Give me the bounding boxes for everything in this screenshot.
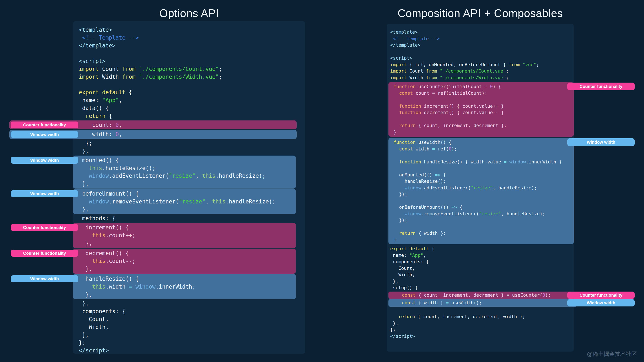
code-line: setup() { (390, 285, 574, 291)
highlight-block-pink: decrement() { this.count--; },Counter fu… (73, 249, 296, 274)
highlight-block-blue: width: 0,Window width (9, 130, 297, 139)
code-line: } (394, 237, 574, 243)
code-line: window.removeEventListener("resize", han… (394, 211, 574, 217)
code-line: } (394, 129, 574, 136)
code-line (390, 48, 574, 55)
label-pill-width: Window width (11, 131, 78, 138)
code-line: import { ref, onMounted, onBeforeUnmount… (390, 61, 574, 68)
left-panel-title: Options API (73, 7, 305, 19)
code-line: }); (394, 191, 574, 198)
code-line: data() { (79, 104, 305, 112)
code-line: return { count, increment, decrement, wi… (390, 314, 574, 320)
code-line (390, 307, 574, 314)
code-line: function useCounter(initialCount = 0) { (394, 83, 574, 90)
code-line (394, 116, 574, 123)
highlight-block-blue: function useWidth() { const width = ref(… (388, 138, 574, 244)
code-line: components: { (79, 308, 305, 315)
label-pill-width: Window width (11, 190, 78, 197)
code-line: }, (79, 239, 296, 247)
code-line: this.count++; (79, 232, 296, 239)
code-line: </template> (390, 42, 574, 48)
code-line: onBeforeUnmount(() => { (394, 204, 574, 211)
label-pill-counter: Counter functionality (11, 121, 78, 128)
composition-api-code-panel: <template> <!-- Template --></template> … (387, 24, 574, 352)
options-api-code-panel: <template> <!-- Template --></template> … (73, 21, 305, 354)
code-line: function decrement() { count.value-- } (394, 109, 574, 116)
code-line: name: "App", (79, 96, 305, 104)
code-line: const { width } = useWidth(); (394, 300, 577, 306)
code-line: export default { (390, 246, 574, 252)
highlight-block-pink: function useCounter(initialCount = 0) { … (388, 82, 574, 137)
code-line: }, (79, 180, 296, 188)
code-line: return { width }; (394, 230, 574, 237)
label-pill-width: Window width (11, 275, 78, 282)
code-segment: <template> <!-- Template --></template> … (79, 26, 305, 120)
code-line: onMounted(() => { (394, 172, 574, 178)
code-line: export default { (79, 88, 305, 96)
code-line: const count = ref(initialCount); (394, 90, 574, 97)
code-line: window.addEventListener("resize", handle… (394, 185, 574, 191)
code-line: }, (79, 300, 305, 308)
code-line (79, 81, 305, 89)
code-line (394, 152, 574, 159)
code-line: </script> (390, 333, 574, 340)
label-pill-width: Window width (567, 138, 635, 146)
code-line: <template> (390, 29, 574, 35)
code-line (79, 49, 305, 57)
code-line: <script> (79, 57, 305, 65)
code-segment: export default { name: "App", components… (390, 246, 574, 291)
code-line: return { (79, 112, 305, 120)
code-segment: }; }, (79, 139, 305, 155)
label-pill-width: Window width (11, 157, 78, 164)
code-line: const { count, increment, decrement } = … (394, 292, 577, 299)
code-line: }, (79, 291, 296, 299)
label-pill-width: Window width (567, 299, 635, 307)
watermark: @稀土掘金技术社区 (587, 350, 637, 358)
code-line: import Count from "./components/Count.vu… (79, 65, 305, 73)
code-line: Count, (79, 315, 305, 323)
code-line: import Width from "./components/Width.vu… (79, 73, 305, 81)
code-line (394, 198, 574, 204)
code-line: components: { (390, 259, 574, 265)
code-line: }; (79, 139, 305, 147)
code-line: const width = ref(0); (394, 146, 574, 152)
highlight-block-pink: count: 0,Counter functionality (9, 120, 297, 130)
code-line: decrement() { (79, 249, 296, 257)
code-line: count: 0, (79, 121, 297, 129)
code-line: window.addEventListener("resize", this.h… (79, 172, 296, 180)
code-line: mounted() { (79, 156, 296, 164)
code-line: Count, (390, 265, 574, 272)
code-line: <template> (79, 26, 305, 34)
code-line (394, 165, 574, 172)
code-line (394, 224, 574, 230)
code-line: Width, (390, 272, 574, 278)
code-line: handleResize(); (394, 178, 574, 185)
code-line: import Width from "./components/Width.vu… (390, 74, 574, 81)
code-line: }, (79, 331, 305, 339)
code-line: }, (390, 320, 574, 327)
highlight-block-blue: handleResize() { this.width = window.inn… (73, 274, 296, 299)
code-segment: methods: { (79, 215, 305, 222)
code-line: this.width = window.innerWidth; (79, 283, 296, 291)
code-line: width: 0, (79, 130, 297, 138)
code-line: this.count--; (79, 257, 296, 265)
code-line: }, (79, 265, 296, 273)
code-line: <!-- Template --> (390, 35, 574, 42)
code-line: name: "App", (390, 252, 574, 259)
code-line: </script> (79, 347, 305, 355)
right-panel-title: Composition API + Composables (387, 7, 574, 19)
code-line: }); (394, 217, 574, 224)
label-pill-counter: Counter functionality (11, 224, 78, 231)
code-line: <!-- Template --> (79, 34, 305, 42)
code-line: }, (390, 278, 574, 285)
code-line: handleResize() { (79, 275, 296, 283)
code-line: return { count, increment, decrement }; (394, 122, 574, 129)
highlight-block-blue: const { width } = useWidth();Window widt… (388, 299, 577, 307)
highlight-block-pink: increment() { this.count++; },Counter fu… (73, 223, 296, 248)
label-pill-counter: Counter functionality (567, 83, 635, 90)
code-line: }, (79, 206, 296, 213)
code-line: Width, (79, 323, 305, 331)
code-line: function increment() { count.value++ } (394, 103, 574, 110)
code-line: }; (390, 327, 574, 333)
code-line: this.handleResize(); (79, 164, 296, 172)
